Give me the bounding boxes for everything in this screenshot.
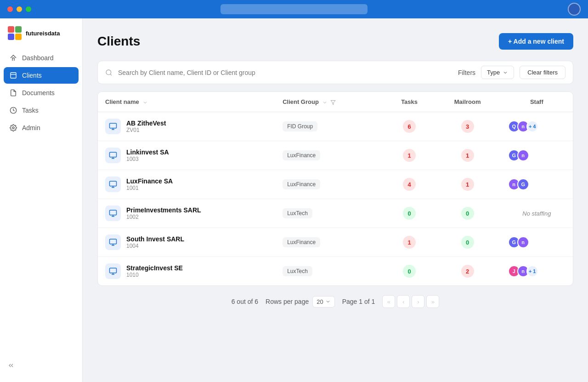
logo[interactable]: futureisdata [0, 26, 82, 50]
sidebar-item-documents[interactable]: Documents [4, 85, 79, 101]
svg-rect-14 [110, 152, 117, 157]
client-icon [105, 234, 121, 250]
table-row[interactable]: PrimeInvestments SARL 1002 LuxTech00No s… [98, 199, 573, 228]
sidebar-nav: Dashboard Clients Documents [0, 50, 82, 136]
client-icon [105, 205, 121, 221]
user-avatar[interactable] [568, 3, 581, 16]
page-next-button[interactable]: › [412, 295, 424, 308]
table-row[interactable]: AB ZitheVest ZV01 FID Group63Qn+ 4 [98, 112, 573, 141]
table-row[interactable]: Linkinvest SA 1003 LuxFinance11Gn [98, 141, 573, 170]
tasks-badge: 1 [403, 236, 416, 249]
client-icon [105, 119, 121, 134]
add-new-client-button[interactable]: + Add a new client [499, 33, 573, 50]
sidebar-item-tasks[interactable]: Tasks [4, 102, 79, 119]
no-staffing-label: No staffing [522, 210, 551, 217]
tasks-cell: 4 [384, 170, 435, 199]
sidebar-item-clients[interactable]: Clients [4, 67, 79, 84]
titlebar-search [220, 4, 368, 14]
staff-cell: Qn+ 4 [501, 112, 573, 141]
col-client-name[interactable]: Client name [98, 92, 275, 112]
sidebar-item-admin-label: Admin [22, 124, 40, 131]
staff-avatars: nG [508, 178, 565, 190]
filter-icon-client-group [330, 100, 336, 105]
sidebar-item-dashboard-label: Dashboard [22, 54, 54, 62]
tasks-cell: 1 [384, 228, 435, 257]
mailroom-cell: 1 [435, 141, 501, 170]
client-icon [105, 148, 121, 163]
staff-avatars: Gn [508, 149, 565, 161]
col-tasks: Tasks [384, 92, 435, 112]
mailroom-cell: 2 [435, 257, 501, 286]
client-group-cell: LuxFinance [275, 228, 384, 257]
search-input[interactable] [118, 69, 452, 76]
client-info: Linkinvest SA 1003 [126, 148, 169, 162]
svg-rect-1 [15, 26, 22, 33]
page-label: Page 1 of 1 [342, 298, 375, 305]
staff-cell: Jn+ 1 [501, 257, 573, 286]
logo-text: futureisdata [26, 30, 60, 37]
client-group-cell: LuxTech [275, 257, 384, 286]
client-name-text: Linkinvest SA [126, 148, 169, 156]
svg-rect-0 [8, 26, 14, 33]
svg-rect-11 [110, 123, 117, 128]
clients-icon [9, 71, 17, 80]
svg-rect-4 [11, 73, 16, 78]
avatar: n [517, 149, 529, 161]
svg-rect-23 [110, 239, 117, 244]
rows-per-page: Rows per page 20 [266, 296, 335, 308]
client-name-text: StrategicInvest SE [126, 264, 183, 272]
tasks-badge: 0 [403, 265, 416, 278]
group-badge: LuxFinance [283, 179, 320, 189]
page-last-button[interactable]: » [426, 295, 439, 308]
svg-point-7 [12, 127, 14, 129]
page-title: Clients [97, 34, 140, 49]
table-row[interactable]: StrategicInvest SE 1010 LuxTech02Jn+ 1 [98, 257, 573, 286]
mailroom-badge: 1 [461, 149, 474, 162]
rows-per-page-value: 20 [317, 298, 323, 305]
group-badge: FID Group [283, 121, 317, 131]
client-id-text: 1002 [126, 214, 201, 220]
sidebar: futureisdata Dashboard Clients [0, 18, 83, 382]
group-badge: LuxTech [283, 208, 312, 218]
client-name-cell: South Invest SARL 1004 [98, 228, 275, 257]
col-client-group[interactable]: Client Group [275, 92, 384, 112]
page-prev-button[interactable]: ‹ [397, 295, 410, 308]
staff-cell: Gn [501, 228, 573, 257]
home-icon [9, 54, 17, 62]
client-name-text: South Invest SARL [126, 235, 184, 243]
type-filter-button[interactable]: Type [481, 66, 514, 79]
table-row[interactable]: South Invest SARL 1004 LuxFinance10Gn [98, 228, 573, 257]
client-id-text: 1010 [126, 272, 183, 278]
page-first-button[interactable]: « [382, 295, 395, 308]
tasks-badge: 0 [403, 207, 416, 220]
collapse-button[interactable] [0, 358, 82, 375]
sidebar-item-admin[interactable]: Admin [4, 120, 79, 136]
app-layout: futureisdata Dashboard Clients [0, 18, 588, 382]
table-header: Client name Client Group [98, 92, 573, 112]
clear-filters-button[interactable]: Clear filters [520, 66, 565, 79]
dot-red[interactable] [7, 6, 13, 12]
rows-per-page-label: Rows per page [266, 298, 309, 305]
avatar-more: + 4 [526, 120, 538, 132]
sidebar-item-dashboard[interactable]: Dashboard [4, 50, 79, 66]
rows-per-page-select[interactable]: 20 [312, 296, 334, 308]
client-name-text: PrimeInvestments SARL [126, 206, 201, 214]
client-info: AB ZitheVest ZV01 [126, 120, 166, 133]
toolbar: Filters Type Clear filters [97, 61, 573, 84]
dot-yellow[interactable] [17, 6, 22, 12]
staff-avatars: Gn [508, 236, 565, 248]
sort-icon-client-name [142, 100, 148, 105]
mailroom-badge: 2 [461, 265, 474, 278]
logo-icon [7, 26, 22, 40]
clients-table: Client name Client Group [97, 91, 573, 286]
chevron-down-icon [325, 299, 331, 304]
dot-green[interactable] [26, 6, 31, 12]
chevron-down-icon [503, 70, 508, 75]
filters-label: Filters [458, 69, 475, 76]
mailroom-badge: 1 [461, 178, 474, 191]
table-row[interactable]: LuxFinance SA 1001 LuxFinance41nG [98, 170, 573, 199]
tasks-badge: 1 [403, 149, 416, 162]
client-group-cell: LuxFinance [275, 170, 384, 199]
tasks-cell: 0 [384, 257, 435, 286]
tasks-badge: 4 [403, 178, 416, 191]
